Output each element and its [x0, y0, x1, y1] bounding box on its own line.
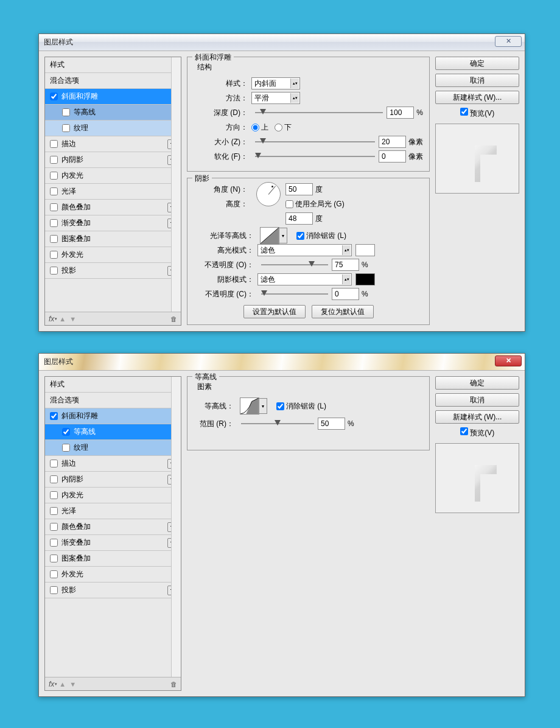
preview-checkbox[interactable]: 预览(V): [435, 427, 519, 438]
size-input[interactable]: 20: [379, 136, 406, 148]
scrollbar[interactable]: [171, 377, 181, 677]
highlight-mode-select[interactable]: 滤色▴▾: [257, 244, 352, 256]
cancel-button[interactable]: 取消: [435, 74, 519, 87]
style-checkbox[interactable]: [50, 235, 58, 243]
style-item-6[interactable]: 光泽: [45, 184, 181, 200]
style-checkbox[interactable]: [50, 586, 58, 594]
style-item-5[interactable]: 内发光: [45, 488, 181, 503]
close-button[interactable]: ✕: [495, 36, 522, 47]
style-item-9[interactable]: 图案叠加: [45, 551, 181, 567]
style-checkbox[interactable]: [62, 444, 70, 452]
style-item-4[interactable]: 内阴影+: [45, 152, 181, 168]
highlight-opacity-input[interactable]: 75: [332, 259, 359, 271]
style-checkbox[interactable]: [50, 412, 58, 420]
style-checkbox[interactable]: [50, 219, 58, 227]
range-input[interactable]: 50: [318, 418, 345, 430]
style-select[interactable]: 内斜面▴▾: [251, 77, 300, 89]
style-checkbox[interactable]: [50, 203, 58, 211]
depth-input[interactable]: 100: [387, 107, 414, 119]
size-slider[interactable]: [255, 136, 375, 147]
gloss-contour[interactable]: ▾: [260, 227, 279, 244]
styles-header[interactable]: 样式: [45, 377, 181, 393]
style-item-10[interactable]: 外发光: [45, 247, 181, 263]
arrow-up-icon[interactable]: ▲: [59, 681, 66, 688]
trash-icon[interactable]: 🗑: [170, 681, 177, 688]
antialias-checkbox[interactable]: 消除锯齿 (L): [276, 401, 326, 411]
style-item-10[interactable]: 外发光: [45, 567, 181, 583]
style-checkbox[interactable]: [50, 491, 58, 499]
fx-icon[interactable]: fx: [49, 680, 54, 688]
style-item-0[interactable]: 斜面和浮雕: [45, 408, 181, 424]
range-slider[interactable]: [241, 418, 314, 429]
arrow-down-icon[interactable]: ▼: [69, 315, 76, 323]
style-item-8[interactable]: 渐变叠加+: [45, 535, 181, 551]
blend-options-header[interactable]: 混合选项: [45, 393, 181, 408]
style-checkbox[interactable]: [62, 108, 70, 116]
style-item-5[interactable]: 内发光: [45, 168, 181, 184]
highlight-color[interactable]: [355, 244, 375, 256]
titlebar[interactable]: 图层样式 ✕: [39, 354, 525, 371]
style-item-0[interactable]: 斜面和浮雕: [45, 89, 181, 105]
style-checkbox[interactable]: [50, 93, 58, 100]
contour-arrow-icon[interactable]: ▾: [279, 228, 287, 243]
style-item-2[interactable]: 纹理: [45, 440, 181, 456]
style-item-3[interactable]: 描边+: [45, 456, 181, 472]
style-checkbox[interactable]: [50, 475, 58, 483]
style-item-8[interactable]: 渐变叠加+: [45, 215, 181, 231]
style-checkbox[interactable]: [50, 251, 58, 259]
shadow-opacity-input[interactable]: 0: [332, 288, 359, 300]
soften-slider[interactable]: [255, 151, 375, 162]
style-item-7[interactable]: 颜色叠加+: [45, 200, 181, 215]
new-style-button[interactable]: 新建样式 (W)...: [435, 410, 519, 424]
style-item-11[interactable]: 投影+: [45, 263, 181, 279]
style-item-7[interactable]: 颜色叠加+: [45, 519, 181, 535]
style-item-11[interactable]: 投影+: [45, 583, 181, 598]
preview-checkbox[interactable]: 预览(V): [435, 108, 519, 119]
highlight-opacity-slider[interactable]: [261, 259, 328, 270]
depth-slider[interactable]: [255, 107, 383, 118]
shadow-color[interactable]: [355, 273, 375, 285]
reset-default-button[interactable]: 复位为默认值: [312, 305, 374, 318]
style-checkbox[interactable]: [62, 428, 70, 436]
trash-icon[interactable]: 🗑: [170, 315, 177, 323]
angle-input[interactable]: 50: [285, 183, 313, 195]
contour-swatch[interactable]: ▾: [240, 397, 259, 415]
style-checkbox[interactable]: [50, 570, 58, 578]
style-checkbox[interactable]: [50, 523, 58, 531]
shadow-mode-select[interactable]: 滤色▴▾: [257, 273, 352, 285]
method-select[interactable]: 平滑▴▾: [251, 92, 300, 104]
style-checkbox[interactable]: [50, 460, 58, 467]
close-button[interactable]: ✕: [495, 355, 522, 366]
style-item-1[interactable]: 等高线: [45, 424, 181, 440]
scrollbar[interactable]: [171, 57, 181, 312]
fx-icon[interactable]: fx: [49, 315, 54, 323]
shadow-opacity-slider[interactable]: [261, 289, 328, 299]
style-item-3[interactable]: 描边+: [45, 136, 181, 152]
styles-header[interactable]: 样式: [45, 57, 181, 73]
dir-down-radio[interactable]: 下: [275, 122, 292, 133]
ok-button[interactable]: 确定: [435, 376, 519, 390]
ok-button[interactable]: 确定: [435, 57, 519, 70]
cancel-button[interactable]: 取消: [435, 393, 519, 407]
global-light-checkbox[interactable]: 使用全局光 (G): [285, 199, 345, 209]
style-item-9[interactable]: 图案叠加: [45, 231, 181, 247]
dir-up-radio[interactable]: 上: [251, 122, 268, 133]
soften-input[interactable]: 0: [379, 150, 406, 163]
arrow-up-icon[interactable]: ▲: [59, 315, 66, 323]
blend-options-header[interactable]: 混合选项: [45, 73, 181, 89]
style-item-6[interactable]: 光泽: [45, 503, 181, 519]
style-checkbox[interactable]: [50, 539, 58, 547]
style-checkbox[interactable]: [50, 172, 58, 180]
style-item-4[interactable]: 内阴影+: [45, 472, 181, 488]
style-checkbox[interactable]: [50, 140, 58, 148]
make-default-button[interactable]: 设置为默认值: [243, 305, 306, 318]
contour-arrow-icon[interactable]: ▾: [259, 398, 267, 414]
style-checkbox[interactable]: [62, 124, 70, 132]
style-item-1[interactable]: 等高线: [45, 105, 181, 121]
antialias-checkbox[interactable]: 消除锯齿 (L): [296, 231, 346, 241]
angle-dial[interactable]: [256, 182, 281, 206]
style-checkbox[interactable]: [50, 187, 58, 195]
style-item-2[interactable]: 纹理: [45, 121, 181, 136]
style-checkbox[interactable]: [50, 555, 58, 562]
style-checkbox[interactable]: [50, 267, 58, 275]
